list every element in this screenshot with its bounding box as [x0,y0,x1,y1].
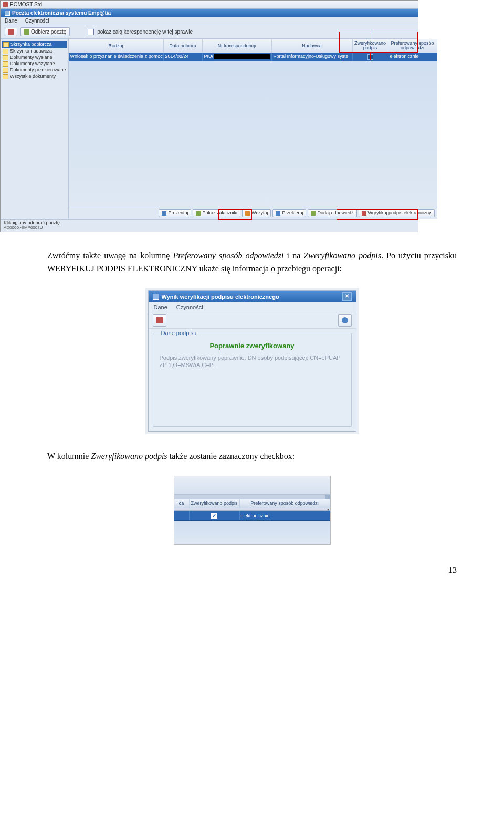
weryfikuj-podpis-button[interactable]: Wgryfikuj podpis elektroniczny [359,209,435,217]
get-mail-button[interactable]: Odbierz pocztę [20,27,70,36]
col-zwer[interactable]: Zweryfikowano podpis [353,39,388,53]
tree-label: Dokumenty wysłane [10,55,52,60]
status-code: AD0000>EMP0003U [4,226,415,231]
window-title: Poczta elektroniczna systemu Emp@tia [1,9,418,17]
mail-icon [24,29,29,35]
folder-icon [3,55,8,60]
menubar: Dane Czynności [1,17,418,25]
menu-czynnosci[interactable]: Czynności [25,18,49,24]
verify-ok-text: Poprawnie zweryfikowany [160,342,345,350]
dialog-menubar: Dane Czynności [149,302,356,312]
cell-nadawca: Portal Informacyjno-Usługowy syste [272,53,353,61]
cell-data: 2014/02/24 [164,53,203,61]
col-nadawca[interactable]: Nadawca [272,39,353,53]
btn-label: Pokaż załączniki [202,211,237,216]
crop-gap [174,521,330,544]
get-mail-label: Odbierz pocztę [31,29,66,35]
tree-forwarded[interactable]: Dokumenty przekierowane [2,67,67,74]
show-all-checkbox[interactable] [88,29,94,35]
p2-pre: W kolumnie [47,452,91,461]
verify-desc: Podpis zweryfikowany poprawnie. DN osoby… [160,354,345,369]
cell-nr-text: PIU/ [204,54,214,59]
prezentuj-button[interactable]: Prezentuj [159,209,191,217]
col-nr[interactable]: Nr korespondencji [203,39,272,53]
dodaj-odpowiedz-button[interactable]: Dodaj odpowiedź [308,209,356,217]
tree-inbox[interactable]: Skrzynka odbiorcza [2,41,67,48]
table-row[interactable]: Wniosek o przyznanie świadczenia z pomoc… [69,53,437,61]
table-header: Rodzaj Data odbioru Nr korespondencji Na… [69,39,437,53]
btn-label: Dodaj odpowiedź [317,211,353,216]
window-icon [5,11,10,16]
verify-dialog-screenshot: Wynik weryfikacji podpisu elektroniczneg… [148,290,356,432]
crop-data-row[interactable]: elektronicznie [174,511,330,521]
crop-header: ca Zweryfikowano podpis Preferowany spos… [174,499,330,508]
window-title-text: Poczta elektroniczna systemu Emp@tia [12,10,111,16]
cell-pref: elektronicznie [388,53,437,61]
grid-empty [69,61,437,207]
tree-label: Wszystkie dokumenty [10,74,56,79]
crop-top [174,476,330,495]
present-icon [162,211,166,216]
wczytaj-button[interactable]: Wczytaj [242,209,271,217]
verified-checkbox [368,54,373,60]
crop-col-pref[interactable]: Preferowany sposób odpowiedzi [240,499,330,507]
folder-tree: Skrzynka odbiorcza Skrzynka nadawcza Dok… [1,39,69,219]
page-number: 13 [47,566,457,575]
tree-outbox[interactable]: Skrzynka nadawcza [2,48,67,55]
p2-it: Zweryfikowano podpis [91,452,167,461]
back-icon [8,29,14,35]
p1-pre: Zwróćmy także uwagę na kolumnę [47,251,173,260]
status-text: Kliknij, aby odebrać pocztę [4,221,415,226]
close-button[interactable]: ✕ [342,292,352,301]
app-title: POMOST Std [10,2,42,7]
crop-col-zwer[interactable]: Zweryfikowano podpis [190,499,240,507]
crop-scroll [174,495,330,499]
crop-cell-pref: elektronicznie [240,511,330,520]
dlg-back-button[interactable] [153,314,166,327]
cell-rodzaj: Wniosek o przyznanie świadczenia z pomoc… [69,53,164,61]
folder-icon [3,42,9,47]
dlg-menu-dane[interactable]: Dane [154,304,167,310]
dialog-toolbar [149,312,356,329]
col-data[interactable]: Data odbioru [164,39,203,53]
btn-label: Wczytaj [251,211,268,216]
tree-sent[interactable]: Dokumenty wysłane [2,55,67,61]
group-legend: Dane podpisu [160,330,198,336]
tree-label: Dokumenty wczytane [10,61,55,67]
folder-icon [3,61,8,67]
folder-icon [3,74,8,79]
col-pref[interactable]: Preferowany sposób odpowiedzi [388,39,437,53]
help-icon [342,317,348,323]
crop-cell-zwer [190,511,240,520]
dialog-icon [153,294,159,300]
folder-icon [3,68,8,73]
p2-post: także zostanie zaznaczony checkbox: [167,452,295,461]
dlg-menu-czynnosci[interactable]: Czynności [176,304,203,310]
crop-col-ca[interactable]: ca [174,499,190,507]
reply-icon [311,211,316,216]
folder-icon [3,49,8,54]
przekieruj-button[interactable]: Przekieruj [272,209,306,217]
menu-dane[interactable]: Dane [5,18,17,24]
tree-loaded[interactable]: Dokumenty wczytane [2,61,67,67]
checked-icon [211,513,217,519]
dialog-title: Wynik weryfikacji podpisu elektroniczneg… [162,294,279,300]
pokaz-zalaczniki-button[interactable]: Pokaż załączniki [193,209,240,217]
columns-crop-screenshot: ca Zweryfikowano podpis Preferowany spos… [174,476,331,544]
status-bar: Kliknij, aby odebrać pocztę AD0000>EMP00… [1,219,418,232]
tree-label: Skrzynka nadawcza [10,49,52,54]
tree-all[interactable]: Wszystkie dokumenty [2,74,67,80]
back-icon [156,317,163,323]
forward-icon [276,211,280,216]
crop-cell-ca [174,511,190,520]
toolbar: Odbierz pocztę pokaż całą korespondencję… [1,25,418,39]
col-rodzaj[interactable]: Rodzaj [69,39,164,53]
dlg-help-button[interactable] [338,314,352,327]
verify-icon [362,211,366,216]
app-icon [3,2,8,7]
back-button[interactable] [5,28,17,36]
p1-mid: i na [284,251,304,260]
tree-label: Skrzynka odbiorcza [10,42,52,47]
btn-label: Prezentuj [168,211,188,216]
redacted-block [214,54,269,59]
